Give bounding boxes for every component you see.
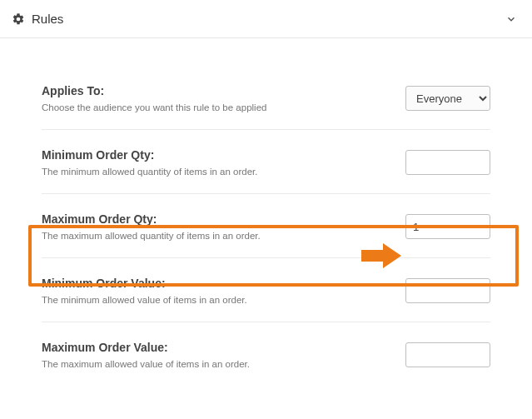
min-qty-label: Minimum Order Qty: xyxy=(42,148,389,162)
applies-to-select[interactable]: Everyone xyxy=(405,86,490,111)
row-applies-to: Applies To: Choose the audience you want… xyxy=(42,38,490,130)
min-value-desc: The minimum allowed value of items in an… xyxy=(42,295,389,305)
min-value-input[interactable] xyxy=(405,278,490,303)
max-qty-input[interactable] xyxy=(405,214,490,239)
chevron-down-icon[interactable] xyxy=(505,13,517,25)
applies-to-desc: Choose the audience you want this rule t… xyxy=(42,102,389,112)
max-qty-label: Maximum Order Qty: xyxy=(42,212,389,226)
row-min-value: Minimum Order Value: The minimum allowed… xyxy=(42,258,490,322)
max-value-input[interactable] xyxy=(405,342,490,367)
max-value-desc: The maximum allowed value of items in an… xyxy=(42,359,389,369)
max-value-label: Maximum Order Value: xyxy=(42,341,389,354)
min-value-label: Minimum Order Value: xyxy=(42,277,389,290)
row-max-value: Maximum Order Value: The maximum allowed… xyxy=(42,322,490,386)
applies-to-label: Applies To: xyxy=(42,84,389,97)
min-qty-input[interactable] xyxy=(405,150,490,175)
max-qty-desc: The maximum allowed quantity of items in… xyxy=(42,231,389,241)
panel-header[interactable]: Rules xyxy=(0,0,532,38)
min-qty-desc: The minimum allowed quantity of items in… xyxy=(42,167,389,177)
gear-icon xyxy=(12,12,25,26)
row-min-qty: Minimum Order Qty: The minimum allowed q… xyxy=(42,130,490,194)
panel-title: Rules xyxy=(32,12,63,26)
row-max-qty: Maximum Order Qty: The maximum allowed q… xyxy=(42,194,490,258)
